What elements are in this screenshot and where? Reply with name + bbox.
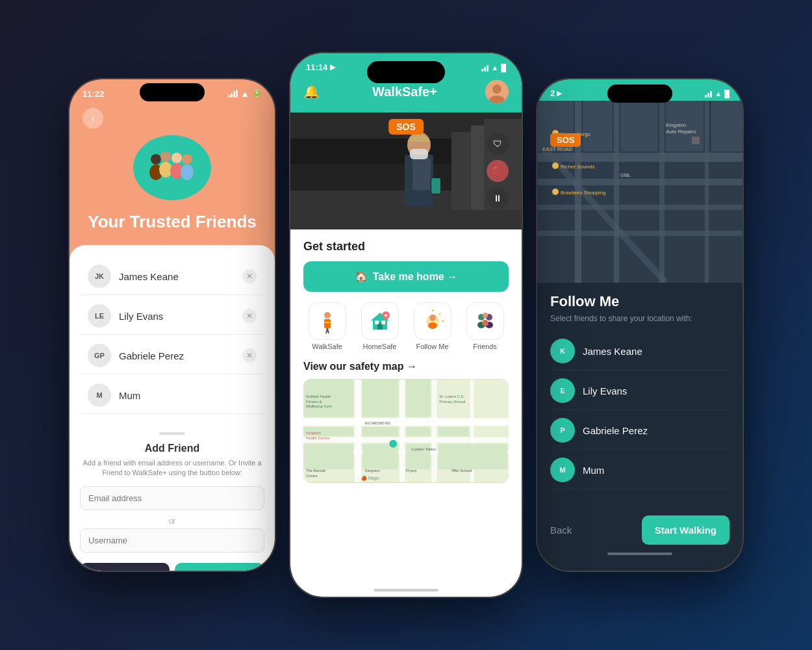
svg-point-3 (159, 162, 172, 177)
home-icon: 🏠 (355, 270, 368, 283)
svg-rect-52 (303, 437, 509, 443)
right-sos-badge[interactable]: SOS (550, 133, 581, 147)
right-avatar-e: E (550, 378, 575, 403)
back-button[interactable]: ‹ (82, 108, 103, 129)
start-walking-button[interactable]: Start Walking (642, 515, 730, 545)
back-button-right[interactable]: Back (550, 525, 572, 536)
svg-rect-109 (692, 136, 700, 144)
svg-point-38 (429, 315, 436, 321)
svg-text:GIBL: GIBL (620, 173, 631, 177)
get-started-title: Get started (303, 240, 509, 254)
or-divider: or (80, 517, 264, 526)
svg-rect-65 (303, 444, 353, 470)
walksafe-svg (315, 309, 340, 333)
svg-rect-62 (362, 427, 398, 436)
feature-followme[interactable]: Follow Me (409, 302, 456, 350)
svg-point-25 (324, 312, 331, 318)
right-avatar-m: M (550, 458, 575, 482)
friend-item-mum: M Mum (80, 377, 264, 414)
feature-grid: WalkSafe (303, 302, 509, 350)
svg-rect-51 (303, 418, 509, 426)
feature-homesafe[interactable]: HomeSafe (356, 302, 403, 350)
svg-text:🍎 Maps: 🍎 Maps (361, 475, 379, 481)
email-input[interactable] (80, 486, 264, 510)
bar1 (228, 95, 230, 98)
add-friend-button[interactable]: Add Friend (175, 563, 264, 571)
bar3 (233, 91, 235, 98)
right-name-gp: Gabriele Perez (583, 425, 648, 436)
sos-badge[interactable]: SOS (388, 119, 424, 135)
svg-point-69 (389, 440, 397, 448)
svg-text:Richer Sounds: Richer Sounds (561, 164, 594, 170)
feature-friends[interactable]: Friends (461, 302, 509, 350)
followme-icon-box (414, 302, 451, 340)
right-battery-icon: █ (724, 90, 730, 98)
left-time: 11:22 (82, 89, 104, 99)
svg-rect-34 (381, 320, 385, 324)
svg-point-9 (492, 84, 501, 94)
svg-rect-27 (324, 322, 331, 323)
safety-map-title-text: View our safety map → (303, 361, 417, 372)
svg-rect-89 (537, 231, 742, 236)
add-friend-section: Add Friend Add a friend with email addre… (80, 424, 264, 571)
svg-text:St. Luke's C.E.: St. Luke's C.E. (439, 395, 464, 398)
svg-rect-91 (614, 101, 619, 283)
user-avatar[interactable] (485, 80, 509, 103)
right-friend-le[interactable]: E Lily Evans (550, 372, 730, 410)
right-time: 2 (550, 88, 555, 98)
bell-icon[interactable]: 🔔 (303, 81, 324, 102)
friends-label: Friends (473, 343, 497, 350)
friends-svg (146, 145, 198, 190)
right-map-svg: EAST ROAD GIBL Kronenbergs Richer Sounds… (537, 101, 742, 283)
trusted-title: Your Trusted Friends (88, 212, 257, 232)
svg-text:Kingston: Kingston (666, 122, 686, 128)
left-dynamic-island (140, 83, 205, 101)
svg-point-105 (552, 188, 559, 195)
right-friend-gp[interactable]: P Gabriele Perez (550, 411, 730, 450)
right-bottom-buttons: Back Start Walking (550, 508, 730, 550)
svg-rect-56 (432, 380, 437, 482)
center-dynamic-island (367, 61, 445, 83)
svg-text:RICHMOND RD: RICHMOND RD (365, 421, 390, 425)
svg-rect-86 (537, 153, 742, 162)
take-home-button[interactable]: 🏠 Take me home → (303, 261, 509, 292)
shield-overlay-icon[interactable]: 🛡 (487, 133, 509, 155)
remove-le[interactable]: ✕ (242, 309, 257, 323)
safety-map-title[interactable]: View our safety map → (303, 361, 509, 372)
invite-friends-button[interactable]: Invite Friends (80, 563, 170, 571)
action-buttons: Invite Friends Add Friend (80, 563, 264, 571)
right-map-bg: EAST ROAD GIBL Kronenbergs Richer Sounds… (537, 101, 742, 283)
remove-jk[interactable]: ✕ (242, 269, 257, 283)
homesafe-svg (368, 309, 392, 333)
username-input[interactable] (80, 528, 264, 552)
map-container[interactable]: Nuffield Health Fitness & Wellbeing Gym … (303, 379, 509, 483)
center-wifi: ▲ (491, 64, 498, 72)
bar2 (231, 93, 233, 98)
svg-rect-98 (711, 101, 742, 151)
overlay-icons: 🛡 🚫 ⏸ (487, 133, 509, 209)
drag-handle (159, 432, 185, 435)
friends-icon-box (466, 302, 504, 340)
remove-gp[interactable]: ✕ (242, 348, 257, 363)
svg-rect-92 (659, 101, 665, 283)
svg-point-2 (160, 151, 171, 162)
person-overlay-icon[interactable]: 🚫 (487, 160, 509, 182)
app-title: WalkSafe+ (372, 84, 437, 99)
right-friend-jk[interactable]: K James Keane (550, 332, 730, 370)
pause-overlay-icon[interactable]: ⏸ (487, 187, 509, 209)
feature-walksafe[interactable]: WalkSafe (303, 302, 351, 350)
right-signal (705, 90, 712, 98)
svg-point-7 (181, 164, 194, 180)
add-friend-title: Add Friend (80, 443, 264, 454)
right-friends-list: K James Keane E Lily Evans P Gabriele Pe… (550, 332, 730, 508)
friend-name-mum: Mum (119, 390, 257, 401)
right-friend-mum[interactable]: M Mum (550, 451, 730, 489)
follow-me-desc: Select friends to share your location wi… (550, 314, 730, 323)
svg-text:The Bentall: The Bentall (306, 469, 325, 473)
phones-container: 11:22 ▲ 🔋 ‹ (49, 26, 763, 624)
svg-text:Kingston: Kingston (365, 469, 380, 473)
safety-map-section: View our safety map → (303, 361, 509, 483)
friends-list-container: JK James Keane ✕ LE Lily Evans ✕ GP Gabr… (70, 245, 275, 571)
svg-rect-96 (620, 101, 658, 151)
friend-item-jk: JK James Keane ✕ (80, 258, 264, 295)
